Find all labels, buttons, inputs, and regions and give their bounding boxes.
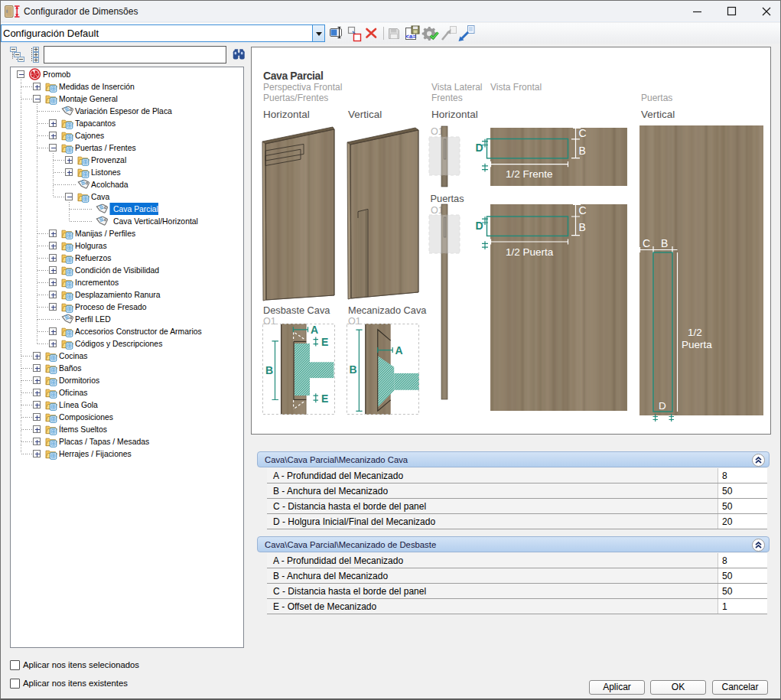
svg-text:Acolchada: Acolchada (91, 181, 129, 189)
svg-text:C: C (643, 237, 650, 249)
svg-text:A: A (395, 344, 403, 357)
svg-text:Cava Parcial: Cava Parcial (113, 205, 158, 213)
svg-text:Oficinas: Oficinas (59, 389, 88, 397)
svg-text:Listones: Listones (91, 168, 121, 177)
svg-text:Herrajes / Fijaciones: Herrajes / Fijaciones (59, 450, 132, 458)
svg-text:Puerta: Puerta (682, 339, 712, 350)
svg-text:Cava Parcial: Cava Parcial (263, 70, 323, 82)
svg-text:D: D (476, 142, 483, 154)
svg-text:Promob: Promob (43, 70, 71, 79)
svg-text:Cava Vertical/Horizontal: Cava Vertical/Horizontal (113, 217, 198, 226)
svg-text:Vista Frontal: Vista Frontal (490, 82, 542, 93)
svg-text:C: C (579, 204, 587, 217)
svg-text:Incrementos: Incrementos (75, 278, 119, 287)
svg-text:Códigos y Descripciones: Códigos y Descripciones (75, 340, 162, 348)
svg-text:Montaje General: Montaje General (59, 95, 118, 103)
svg-text:Manijas / Perfiles: Manijas / Perfiles (75, 230, 135, 238)
svg-text:1/2: 1/2 (688, 327, 702, 338)
svg-text:Vertical: Vertical (641, 109, 675, 120)
svg-text:O1: O1 (263, 316, 276, 327)
svg-text:Medidas de Inserción: Medidas de Inserción (59, 83, 135, 91)
svg-text:A: A (311, 324, 318, 336)
svg-text:B: B (579, 221, 586, 233)
svg-text:Desplazamiento Ranura: Desplazamiento Ranura (75, 291, 161, 299)
svg-text:Frentes: Frentes (431, 93, 463, 103)
svg-text:C: C (579, 127, 587, 139)
svg-text:Horizontal: Horizontal (263, 109, 310, 120)
svg-text:Condición de Visibilidad: Condición de Visibilidad (75, 266, 159, 275)
svg-text:Perfil LED: Perfil LED (75, 315, 111, 324)
svg-text:1/2 Puerta: 1/2 Puerta (506, 246, 554, 258)
svg-text:Composiciones: Composiciones (59, 413, 113, 422)
svg-text:Proceso de Fresado: Proceso de Fresado (75, 303, 147, 311)
svg-text:Puertas: Puertas (431, 193, 464, 204)
svg-text:Cajones: Cajones (75, 132, 104, 140)
svg-text:O1: O1 (348, 316, 361, 327)
svg-text:Dormitorios: Dormitorios (59, 376, 99, 385)
svg-text:Cocinas: Cocinas (59, 352, 88, 360)
svg-text:D: D (659, 400, 666, 412)
svg-text:Refuerzos: Refuerzos (75, 254, 111, 262)
svg-text:Puertas / Frentes: Puertas / Frentes (75, 144, 136, 152)
svg-text:Puertas: Puertas (641, 93, 672, 103)
svg-text:Baños: Baños (59, 364, 81, 373)
svg-text:Variación Espesor de Placa: Variación Espesor de Placa (75, 107, 172, 116)
svg-text:1/2 Frente: 1/2 Frente (506, 168, 553, 180)
svg-text:Mecanizado Cava: Mecanizado Cava (348, 304, 427, 316)
svg-text:B: B (579, 145, 586, 157)
svg-text:Vertical: Vertical (348, 109, 382, 120)
svg-text:Ítems Sueltos: Ítems Sueltos (59, 425, 107, 434)
svg-text:E: E (321, 392, 328, 405)
svg-text:B: B (661, 237, 668, 249)
svg-text:Vista Lateral: Vista Lateral (431, 82, 483, 93)
svg-text:Accesorios Constructor de Arma: Accesorios Constructor de Armarios (75, 327, 202, 336)
svg-text:E: E (321, 336, 328, 348)
svg-text:B: B (265, 364, 273, 376)
svg-text:Holguras: Holguras (75, 242, 107, 250)
svg-text:Provenzal: Provenzal (91, 156, 126, 164)
svg-text:D: D (476, 220, 483, 232)
svg-text:Tapacantos: Tapacantos (75, 119, 116, 128)
svg-text:Línea Gola: Línea Gola (59, 401, 98, 409)
svg-text:Horizontal: Horizontal (431, 109, 478, 120)
svg-text:B: B (350, 363, 357, 376)
svg-text:Perspectiva Frontal: Perspectiva Frontal (263, 82, 342, 93)
svg-text:Desbaste Cava: Desbaste Cava (263, 304, 330, 316)
svg-text:Placas / Tapas / Mesadas: Placas / Tapas / Mesadas (59, 438, 149, 446)
svg-text:Cava: Cava (91, 193, 109, 201)
svg-text:Puertas/Frentes: Puertas/Frentes (263, 93, 328, 103)
